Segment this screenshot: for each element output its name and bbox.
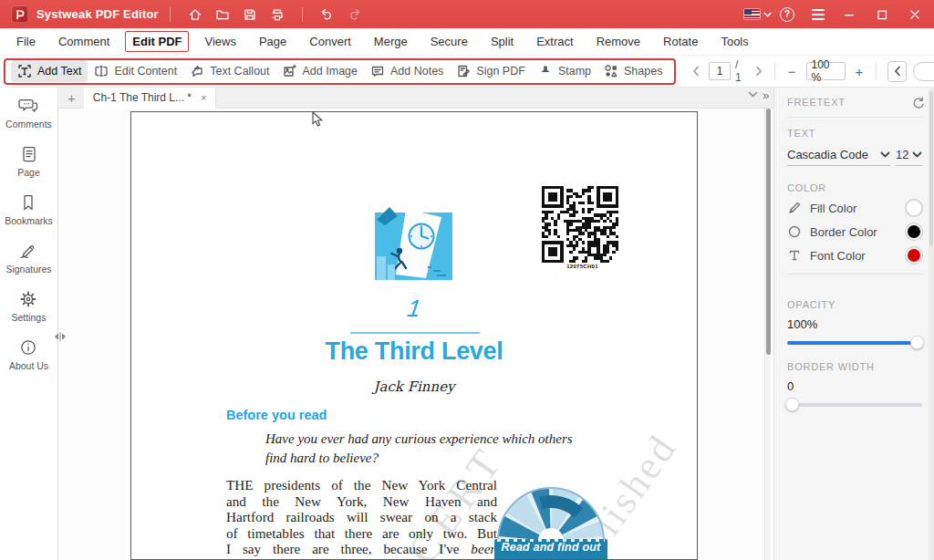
next-page-button[interactable] — [752, 60, 765, 82]
page-icon — [20, 145, 38, 163]
sidebar-item-settings[interactable]: Settings — [12, 290, 47, 323]
add-notes-icon — [370, 64, 385, 78]
new-tab-button[interactable]: + — [59, 90, 84, 106]
fill-color-swatch[interactable] — [906, 200, 922, 216]
chapter-rule — [350, 332, 480, 334]
text-callout-button[interactable]: Text Callout — [183, 60, 275, 82]
add-image-button[interactable]: Add Image — [276, 60, 364, 82]
search-prev-button[interactable] — [887, 61, 907, 82]
font-family-value: Cascadia Code — [787, 148, 868, 161]
border-color-label: Border Color — [810, 225, 877, 239]
menu-convert[interactable]: Convert — [302, 31, 358, 52]
add-text-button[interactable]: Add Text — [11, 60, 88, 82]
language-selector[interactable] — [744, 4, 772, 26]
redo-button[interactable] — [343, 4, 367, 26]
divider — [302, 7, 303, 22]
body-paragraph: THE presidents of the New York Central a… — [226, 477, 497, 560]
sidebar-item-page[interactable]: Page — [17, 145, 40, 178]
close-button[interactable] — [903, 4, 927, 26]
search-input[interactable] — [920, 65, 934, 78]
question-icon: ? — [780, 7, 794, 22]
font-color-swatch[interactable] — [906, 247, 922, 264]
home-button[interactable] — [183, 4, 207, 26]
menu-page[interactable]: Page — [252, 31, 294, 52]
qr-code: 12075CH01 — [542, 186, 623, 269]
pdf-page[interactable]: NCERT republished 12075CH01 1 — [130, 111, 698, 560]
menu-rotate[interactable]: Rotate — [656, 31, 705, 52]
fill-color-row: Fill Color — [787, 197, 922, 219]
print-button[interactable] — [265, 4, 289, 26]
border-color-swatch[interactable] — [906, 223, 922, 240]
menubar: File Comment Edit PDF Views Page Convert… — [0, 28, 934, 56]
help-button[interactable]: ? — [775, 4, 799, 26]
add-notes-button[interactable]: Add Notes — [364, 60, 450, 82]
comments-icon — [18, 97, 38, 115]
chevron-down-icon — [880, 151, 890, 158]
menu-secure[interactable]: Secure — [423, 31, 475, 52]
menu-merge[interactable]: Merge — [367, 31, 415, 52]
divider — [787, 117, 922, 118]
zoom-level-input[interactable]: 100 % — [806, 62, 846, 80]
search-box[interactable] — [913, 62, 934, 81]
opacity-value: 100% — [787, 317, 817, 331]
border-color-row: Border Color — [787, 221, 922, 243]
tab-overflow-chevron[interactable] — [748, 91, 758, 98]
slider-track[interactable] — [787, 403, 922, 407]
shapes-button[interactable]: Shapes — [597, 60, 669, 82]
menu-tools[interactable]: Tools — [713, 31, 755, 52]
edit-content-button[interactable]: Edit Content — [88, 60, 183, 82]
menu-views[interactable]: Views — [197, 31, 243, 52]
tab-strip: + Ch-1 The Third L... * × — [59, 88, 773, 109]
chapter-title: The Third Level — [131, 337, 697, 366]
border-width-slider[interactable] — [787, 398, 922, 411]
font-size-select[interactable]: 12 — [896, 144, 922, 166]
zoom-in-button[interactable]: + — [850, 64, 869, 79]
hamburger-icon — [812, 9, 825, 20]
sidebar-item-label: About Us — [9, 360, 48, 371]
reset-button[interactable] — [911, 96, 925, 109]
menu-comment[interactable]: Comment — [51, 31, 117, 52]
chapter-number: 1 — [130, 295, 698, 323]
sidebar-item-signatures[interactable]: Signatures — [5, 242, 51, 275]
sidebar-item-bookmarks[interactable]: Bookmarks — [5, 193, 53, 226]
bookmark-icon — [19, 193, 37, 212]
page-total-label: / 1 — [735, 58, 746, 84]
sign-pdf-button[interactable]: Sign PDF — [450, 60, 532, 82]
minimize-button[interactable] — [837, 4, 861, 26]
menu-extract[interactable]: Extract — [529, 31, 580, 52]
stamp-button[interactable]: Stamp — [532, 60, 597, 82]
page-number-input[interactable]: 1 — [709, 62, 731, 80]
zoom-out-button[interactable]: − — [783, 64, 802, 79]
menu-split[interactable]: Split — [483, 31, 521, 52]
color-section-label: COLOR — [787, 182, 826, 193]
menu-edit-pdf[interactable]: Edit PDF — [125, 31, 189, 52]
prev-page-button[interactable] — [689, 60, 702, 82]
maximize-button[interactable] — [870, 4, 894, 26]
slider-handle[interactable] — [910, 336, 924, 349]
panel-collapse-button[interactable]: » — [763, 88, 769, 102]
tab-close-icon[interactable]: × — [201, 92, 206, 103]
save-button[interactable] — [238, 4, 262, 26]
menu-file[interactable]: File — [9, 31, 43, 52]
sidebar-item-about[interactable]: About Us — [9, 338, 48, 371]
scrollbar-thumb[interactable] — [766, 109, 771, 355]
panel-scrollbar[interactable] — [929, 88, 934, 560]
sidebar-collapse-handle[interactable] — [53, 330, 67, 343]
menu-button[interactable] — [806, 4, 830, 26]
slider-handle[interactable] — [785, 398, 799, 411]
document-scrollbar[interactable] — [764, 109, 771, 560]
gear-icon — [19, 290, 37, 308]
chevron-down-icon — [763, 12, 772, 17]
add-image-icon — [283, 64, 297, 78]
font-size-value: 12 — [896, 148, 908, 161]
font-family-select[interactable]: Cascadia Code — [787, 144, 890, 166]
undo-button[interactable] — [316, 4, 339, 26]
sidebar-item-comments[interactable]: Comments — [5, 97, 52, 130]
scrollbar-thumb[interactable] — [929, 91, 933, 246]
document-tab[interactable]: Ch-1 The Third L... * × — [84, 88, 217, 109]
menu-remove[interactable]: Remove — [589, 31, 648, 52]
fill-color-label: Fill Color — [810, 202, 856, 215]
open-folder-button[interactable] — [211, 4, 234, 26]
slider-track[interactable] — [787, 341, 922, 345]
opacity-slider[interactable] — [787, 336, 922, 349]
